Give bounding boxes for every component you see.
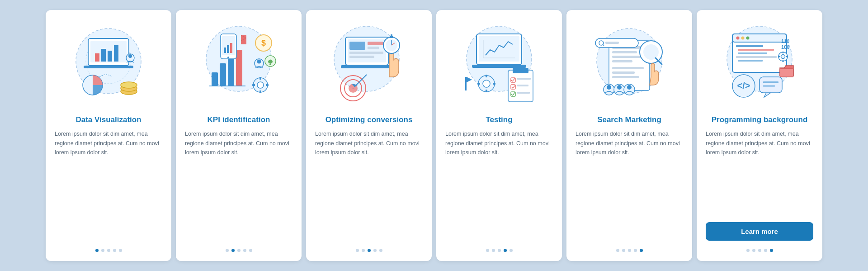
svg-rect-102 xyxy=(605,42,619,44)
card-body-testing: Lorem ipsum dolor sit dim amet, mea regi… xyxy=(445,129,553,241)
card-body-kpi: Lorem ipsum dolor sit dim amet, mea regi… xyxy=(185,129,292,241)
svg-rect-133 xyxy=(786,56,788,57)
svg-rect-4 xyxy=(84,66,133,68)
dot-1 xyxy=(95,249,99,252)
card-illustration-testing xyxy=(454,18,544,109)
card-body-data-visualization: Lorem ipsum dolor sit dim amet, mea regi… xyxy=(55,129,162,241)
svg-rect-67 xyxy=(513,68,528,73)
card-title-data-visualization: Data Visualization xyxy=(75,115,141,125)
card-title-search-marketing: Search Marketing xyxy=(597,115,661,125)
learn-more-button[interactable]: Learn more xyxy=(706,222,813,241)
dot-3 xyxy=(368,249,371,252)
card-programming-background: 110 100 </> Pro xyxy=(697,10,822,261)
svg-rect-115 xyxy=(736,45,763,47)
card-body-programming: Lorem ipsum dolor sit dim amet, mea regi… xyxy=(706,129,813,216)
svg-rect-111 xyxy=(732,34,787,42)
card-illustration-kpi: $ xyxy=(193,18,284,109)
svg-rect-94 xyxy=(612,71,635,74)
svg-point-113 xyxy=(741,37,745,40)
svg-rect-28 xyxy=(230,43,232,53)
svg-rect-16 xyxy=(212,72,218,86)
svg-point-12 xyxy=(121,82,137,88)
svg-rect-8 xyxy=(114,45,118,62)
dot-2 xyxy=(752,249,755,252)
dot-2 xyxy=(362,249,365,252)
card-dots-kpi xyxy=(226,249,252,252)
dot-3 xyxy=(107,249,110,252)
svg-rect-33 xyxy=(252,84,255,86)
svg-text:100: 100 xyxy=(781,44,789,50)
svg-rect-86 xyxy=(465,77,467,90)
svg-rect-32 xyxy=(259,90,261,93)
dot-3 xyxy=(237,249,241,252)
card-illustration-optimizing xyxy=(324,18,414,109)
svg-point-104 xyxy=(607,85,611,90)
dot-1 xyxy=(746,249,750,252)
dot-3 xyxy=(628,249,631,252)
svg-rect-34 xyxy=(266,84,269,86)
dot-5 xyxy=(249,249,252,252)
dot-2 xyxy=(622,249,625,252)
card-testing: Testing Lorem ipsum dolor sit dim amet, … xyxy=(436,10,562,261)
svg-rect-91 xyxy=(612,56,642,58)
card-dots-testing xyxy=(486,249,513,252)
svg-rect-19 xyxy=(236,50,242,86)
dot-2 xyxy=(492,249,495,252)
svg-rect-7 xyxy=(108,51,112,62)
card-optimizing-conversions: Optimizing conversions Lorem ipsum dolor… xyxy=(306,10,432,261)
svg-point-14 xyxy=(128,54,132,58)
svg-rect-18 xyxy=(228,57,234,86)
svg-rect-119 xyxy=(738,60,763,62)
dot-5 xyxy=(640,249,643,252)
cards-container: Data Visualization Lorem ipsum dolor sit… xyxy=(0,1,868,270)
svg-rect-93 xyxy=(612,67,644,69)
svg-point-39 xyxy=(269,63,271,65)
dot-4 xyxy=(634,249,637,252)
svg-rect-63 xyxy=(472,65,526,68)
svg-rect-6 xyxy=(101,49,106,62)
svg-rect-84 xyxy=(477,83,480,85)
card-data-visualization: Data Visualization Lorem ipsum dolor sit… xyxy=(46,10,171,261)
svg-point-36 xyxy=(257,60,261,64)
svg-rect-5 xyxy=(95,53,99,62)
svg-rect-90 xyxy=(612,51,637,53)
dot-1 xyxy=(226,249,229,252)
svg-point-108 xyxy=(627,85,632,90)
card-title-optimizing: Optimizing conversions xyxy=(326,115,413,125)
card-dots-data-visualization xyxy=(95,249,122,252)
dot-1 xyxy=(356,249,359,252)
svg-rect-85 xyxy=(493,83,495,85)
card-kpi-identification: $ xyxy=(176,10,302,261)
svg-rect-126 xyxy=(763,85,775,87)
svg-rect-125 xyxy=(763,81,778,83)
dot-4 xyxy=(373,249,377,252)
svg-rect-26 xyxy=(224,48,226,53)
svg-rect-83 xyxy=(486,90,487,92)
svg-point-25 xyxy=(227,57,229,58)
svg-rect-130 xyxy=(783,52,784,53)
svg-rect-78 xyxy=(517,85,528,86)
card-dots-search-marketing xyxy=(616,249,643,252)
card-search-marketing: Search Marketing Lorem ipsum dolor sit d… xyxy=(566,10,692,261)
dot-5 xyxy=(509,249,513,252)
dot-2 xyxy=(101,249,104,252)
dot-3 xyxy=(758,249,761,252)
svg-rect-77 xyxy=(517,78,531,80)
dot-1 xyxy=(616,249,619,252)
svg-rect-59 xyxy=(391,34,392,37)
card-illustration-programming: 110 100 </> xyxy=(714,18,805,109)
card-title-testing: Testing xyxy=(486,115,512,125)
svg-point-97 xyxy=(643,44,659,60)
svg-point-112 xyxy=(736,37,740,40)
svg-point-129 xyxy=(781,55,785,59)
svg-point-81 xyxy=(483,80,490,87)
svg-text:</>: </> xyxy=(737,81,750,90)
dot-5 xyxy=(379,249,382,252)
svg-rect-117 xyxy=(738,52,767,54)
svg-rect-116 xyxy=(738,49,774,51)
svg-rect-46 xyxy=(368,47,379,49)
svg-rect-31 xyxy=(259,77,261,80)
card-body-optimizing: Lorem ipsum dolor sit dim amet, mea regi… xyxy=(315,129,423,241)
dot-4 xyxy=(113,249,116,252)
svg-rect-44 xyxy=(349,42,365,50)
